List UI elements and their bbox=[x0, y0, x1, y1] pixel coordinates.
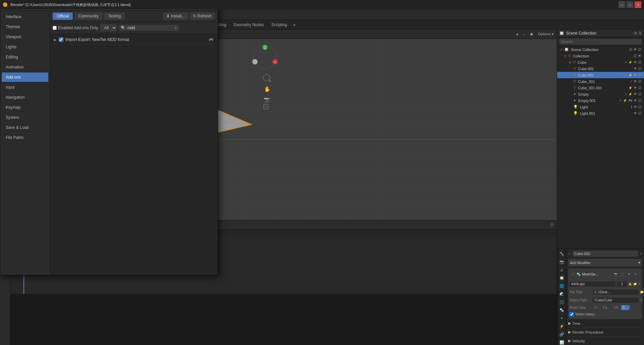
pref-tab-official[interactable]: Official bbox=[53, 12, 73, 20]
light-001-check-icon[interactable]: ☑ bbox=[638, 111, 641, 115]
vp-options[interactable]: Options ▾ bbox=[536, 31, 555, 37]
scene-check2-icon[interactable]: ☑ bbox=[638, 48, 641, 51]
props-render-icon[interactable]: 📷 bbox=[558, 258, 566, 265]
empty-001-eye-icon[interactable]: 👁 bbox=[634, 99, 637, 102]
cube-001-check-icon[interactable]: ☑ bbox=[638, 80, 641, 83]
refresh-button[interactable]: ↻ Refresh bbox=[190, 12, 215, 20]
empty-bolt-icon[interactable]: ⚡ bbox=[628, 92, 632, 96]
addon-search-input[interactable] bbox=[127, 26, 173, 30]
outliner-sort-icon[interactable]: ⇅ bbox=[639, 31, 642, 36]
props-constraint-icon[interactable]: 🔗 bbox=[558, 331, 566, 338]
pref-nav-animation[interactable]: Animation bbox=[2, 62, 48, 72]
file-folder-button[interactable]: 📁 bbox=[633, 281, 637, 287]
pref-tab-community[interactable]: Community bbox=[74, 12, 103, 20]
props-scene-icon[interactable]: 🔧 bbox=[558, 250, 566, 257]
minimize-button[interactable]: — bbox=[619, 1, 625, 8]
outliner-item-cube001[interactable]: ▽ Cube.001 👁 ☑ bbox=[557, 65, 644, 72]
modifier-expand[interactable]: ☑ bbox=[572, 273, 575, 276]
velocity-toggle[interactable]: ▶ Velocity bbox=[568, 338, 642, 344]
outliner-item-cube-001[interactable]: ▽ Cube_001 ↗ 👁 ☑ bbox=[557, 78, 644, 85]
outliner-filter-icon[interactable]: ⚙ bbox=[634, 31, 637, 36]
maximize-button[interactable]: □ bbox=[627, 1, 633, 8]
cube-001-001-eye-icon[interactable]: 👁 bbox=[634, 86, 637, 90]
modifier-circle-button[interactable]: ◯ bbox=[619, 271, 625, 277]
empty-001-check-icon[interactable]: ☑ bbox=[638, 99, 641, 102]
props-output-icon[interactable]: 🖨 bbox=[558, 266, 566, 274]
read-data-c-button[interactable]: C... bbox=[621, 305, 630, 310]
props-scene2-icon[interactable]: 🌐 bbox=[558, 282, 566, 290]
cube-001-001-check-icon[interactable]: ☑ bbox=[638, 86, 641, 90]
outliner-search-input[interactable] bbox=[559, 39, 642, 45]
empty-eye-icon[interactable]: 👁 bbox=[634, 92, 637, 96]
read-data-v-button[interactable]: V... bbox=[593, 305, 601, 310]
cube-bolt-icon[interactable]: ⚡ bbox=[628, 60, 632, 64]
object-props-icon[interactable]: ↗ bbox=[639, 252, 642, 256]
empty-check-icon[interactable]: ☑ bbox=[638, 92, 641, 96]
light-info-icon[interactable]: ℹ bbox=[631, 105, 632, 109]
cube-001-link-icon[interactable]: ↗ bbox=[630, 80, 632, 83]
read-data-fa-button[interactable]: Fa... bbox=[601, 305, 611, 310]
outliner-item-cube[interactable]: ▶ ▽ Cube ↗ ⚡ 👁 ☑ bbox=[557, 59, 644, 65]
light-check-icon[interactable]: ☑ bbox=[638, 105, 641, 109]
pref-nav-file-paths[interactable]: File Paths bbox=[2, 133, 48, 142]
outliner-item-empty-001[interactable]: ✦ Empty.001 ↗ ⚡ 🎮 👁 ☑ bbox=[557, 97, 644, 104]
file-path-folder-button[interactable]: 📁 bbox=[640, 289, 644, 295]
cube-001-001-bolt-icon[interactable]: ⚡ bbox=[628, 86, 632, 90]
empty-link-icon[interactable]: ↗ bbox=[624, 92, 627, 96]
vertex-interp-checkbox[interactable] bbox=[570, 312, 574, 316]
pref-nav-themes[interactable]: Themes bbox=[2, 22, 48, 32]
outliner-item-light-001[interactable]: 💡 Light.001 👁 ☑ bbox=[557, 110, 644, 116]
props-object-icon[interactable]: ⬛ bbox=[558, 298, 566, 306]
pref-tab-testing[interactable]: Testing bbox=[104, 12, 125, 20]
object-path-input[interactable] bbox=[593, 298, 639, 303]
outliner-item-collection[interactable]: ▼ ▽ Collection ☑ 👁 bbox=[557, 53, 644, 59]
pref-nav-interface[interactable]: Interface bbox=[2, 12, 48, 21]
search-clear-button[interactable]: ✕ bbox=[174, 26, 177, 30]
addon-expand-icon[interactable]: ▶ bbox=[54, 38, 57, 42]
light-001-eye-icon[interactable]: 👁 bbox=[634, 111, 637, 115]
modifier-delete-button[interactable]: ✕ bbox=[633, 271, 639, 277]
object-path-clear-button[interactable]: ✕ bbox=[640, 297, 643, 303]
install-button[interactable]: ⬇ Install... bbox=[163, 12, 188, 20]
pref-nav-navigation[interactable]: Navigation bbox=[2, 93, 48, 102]
close-button[interactable]: ✕ bbox=[635, 1, 641, 8]
tab-scripting[interactable]: Scripting bbox=[268, 21, 290, 28]
file-close-button[interactable]: ✕ bbox=[638, 281, 641, 287]
cube002-bolt-icon[interactable]: ⚡ bbox=[628, 73, 632, 77]
pref-nav-viewport[interactable]: Viewport bbox=[2, 32, 48, 42]
file-num-input[interactable] bbox=[617, 282, 627, 287]
vp-shading-material[interactable]: ○ bbox=[521, 32, 527, 37]
outliner-item-scene-collection[interactable]: ▼ 🔲 Scene Collection ☑ 👁 ☑ bbox=[557, 46, 644, 53]
cube002-eye-icon[interactable]: 👁 bbox=[634, 73, 637, 77]
cube-link-icon[interactable]: ↗ bbox=[624, 60, 627, 64]
cube-eye-icon[interactable]: 👁 bbox=[634, 60, 637, 64]
file-name-input[interactable] bbox=[570, 282, 615, 287]
outliner-item-light[interactable]: 💡 Light ℹ 👁 ☑ bbox=[557, 104, 644, 110]
modifier-collapse-button[interactable]: ▼ bbox=[626, 271, 632, 277]
tab-geometry-nodes[interactable]: Geometry Nodes bbox=[230, 21, 267, 28]
pref-nav-addons[interactable]: Add-ons bbox=[2, 72, 48, 82]
cube002-check-icon[interactable]: ☑ bbox=[638, 73, 641, 77]
light-eye-icon[interactable]: 👁 bbox=[634, 105, 637, 109]
pref-nav-input[interactable]: Input bbox=[2, 83, 48, 92]
cube001-eye-icon[interactable]: 👁 bbox=[634, 67, 637, 70]
scene-eye-icon[interactable]: 👁 bbox=[634, 48, 637, 51]
outliner-item-cube-001-001[interactable]: ▽ Cube_001.001 ⚡ 👁 ☑ bbox=[557, 85, 644, 91]
add-workspace-button[interactable]: + bbox=[291, 21, 298, 28]
pref-nav-save-load[interactable]: Save & Load bbox=[2, 123, 48, 132]
col-eye-icon[interactable]: 👁 bbox=[638, 54, 641, 58]
props-physics-icon[interactable]: ⚡ bbox=[558, 323, 566, 330]
pref-nav-keymap[interactable]: Keymap bbox=[2, 103, 48, 112]
props-modifier-icon[interactable]: 🔩 bbox=[558, 306, 566, 314]
cube-001-eye-icon[interactable]: 👁 bbox=[634, 80, 637, 83]
add-modifier-button[interactable]: Add Modifier ▾ bbox=[568, 259, 642, 266]
cube001-check-icon[interactable]: ☑ bbox=[638, 67, 641, 70]
empty-001-link-icon[interactable]: ↗ bbox=[619, 99, 622, 102]
props-particle-icon[interactable]: ✦ bbox=[558, 314, 566, 322]
object-name-input[interactable] bbox=[572, 251, 638, 257]
outliner-item-cube002[interactable]: ▽ Cube.002 ↗ ⚡ 👁 ☑ bbox=[557, 72, 644, 78]
scene-check-icon[interactable]: ☑ bbox=[629, 48, 632, 51]
empty-001-bolt-icon[interactable]: ⚡ bbox=[623, 99, 627, 102]
cube002-link-icon[interactable]: ↗ bbox=[624, 73, 627, 77]
cube-check-icon[interactable]: ☑ bbox=[638, 60, 641, 64]
